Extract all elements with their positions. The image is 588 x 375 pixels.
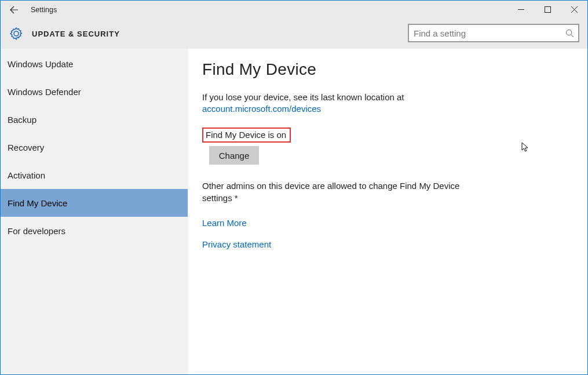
close-button[interactable] bbox=[561, 1, 587, 19]
search-input[interactable] bbox=[409, 26, 561, 41]
sidebar-item-find-my-device[interactable]: Find My Device bbox=[1, 189, 188, 217]
sidebar-item-label: Windows Update bbox=[8, 59, 73, 69]
sidebar-item-label: Backup bbox=[8, 115, 36, 125]
sidebar-item-windows-defender[interactable]: Windows Defender bbox=[1, 78, 188, 105]
maximize-button[interactable] bbox=[534, 1, 561, 19]
svg-point-1 bbox=[566, 30, 571, 35]
description-text: If you lose your device, see its last kn… bbox=[202, 92, 404, 102]
status-text-highlight: Find My Device is on bbox=[202, 128, 291, 143]
header-heading: UPDATE & SECURITY bbox=[32, 30, 120, 38]
minimize-button[interactable] bbox=[507, 1, 534, 19]
search-box[interactable] bbox=[408, 24, 579, 42]
account-devices-link[interactable]: account.microsoft.com/devices bbox=[202, 104, 321, 114]
close-icon bbox=[571, 6, 578, 13]
gear-icon bbox=[9, 26, 24, 41]
sidebar-item-label: Windows Defender bbox=[8, 87, 81, 97]
sidebar-item-label: For developers bbox=[8, 226, 65, 236]
titlebar: Settings bbox=[1, 1, 587, 19]
window-controls bbox=[507, 1, 587, 19]
privacy-statement-link[interactable]: Privacy statement bbox=[202, 239, 576, 249]
window-title: Settings bbox=[27, 6, 57, 14]
other-admins-text: Other admins on this device are allowed … bbox=[202, 180, 469, 204]
back-button[interactable] bbox=[1, 1, 27, 19]
content-pane: Find My Device If you lose your device, … bbox=[188, 49, 587, 374]
change-button[interactable]: Change bbox=[209, 146, 259, 165]
cursor-icon bbox=[521, 142, 529, 152]
sidebar-item-backup[interactable]: Backup bbox=[1, 105, 188, 133]
learn-more-link[interactable]: Learn More bbox=[202, 218, 576, 228]
arrow-left-icon bbox=[9, 5, 19, 14]
minimize-icon bbox=[518, 6, 524, 13]
svg-rect-0 bbox=[545, 7, 550, 13]
sidebar-item-windows-update[interactable]: Windows Update bbox=[1, 50, 188, 78]
sidebar-item-activation[interactable]: Activation bbox=[1, 161, 188, 189]
sidebar-item-recovery[interactable]: Recovery bbox=[1, 133, 188, 161]
header: UPDATE & SECURITY bbox=[1, 19, 587, 49]
main: Windows Update Windows Defender Backup R… bbox=[1, 49, 587, 374]
maximize-icon bbox=[545, 6, 551, 13]
page-title: Find My Device bbox=[202, 60, 576, 79]
description: If you lose your device, see its last kn… bbox=[202, 92, 576, 115]
sidebar: Windows Update Windows Defender Backup R… bbox=[1, 49, 188, 374]
sidebar-item-label: Find My Device bbox=[8, 198, 67, 208]
sidebar-item-label: Activation bbox=[8, 170, 45, 180]
sidebar-item-for-developers[interactable]: For developers bbox=[1, 217, 188, 245]
search-icon bbox=[561, 29, 578, 38]
sidebar-item-label: Recovery bbox=[8, 143, 44, 152]
